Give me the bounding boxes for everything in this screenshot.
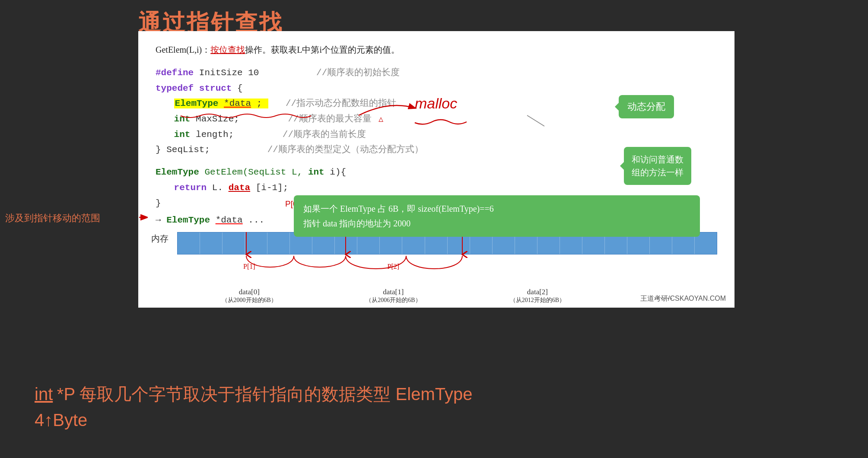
code-line-length: int length; //顺序表的当前长度 [156, 127, 717, 143]
array-method-line2: 组的方法一样 [632, 168, 684, 177]
mem-cell-3 [223, 232, 245, 254]
ptr-data2: *data [216, 215, 243, 225]
define-value: 10 [248, 68, 259, 78]
data1-sub: （从2006开始的6B） [366, 296, 421, 304]
bubble-array-method: 和访问普通数 组的方法一样 [624, 147, 691, 185]
param-i: i){ [330, 167, 346, 177]
data2-sub: （从2012开始的6B） [510, 296, 565, 304]
keyword-int2: int [174, 130, 191, 140]
data0-sub: （从2000开始的6B） [222, 296, 277, 304]
brace-close: } SeqList; [156, 145, 210, 155]
elemtype-ptr: ElemType [166, 215, 210, 225]
mem-cell-5 [267, 232, 290, 254]
mem-cell-2 [200, 232, 223, 254]
mem-cell-4 [245, 232, 267, 254]
dots: ... [248, 215, 264, 225]
data0-group: P[1] data[0] （从2000开始的6B） [222, 288, 277, 304]
code-line-define: #define InitSize 10 //顺序表的初始长度 [156, 65, 717, 81]
define-name: InitSize [199, 68, 248, 78]
data2-label: data[2] [510, 288, 565, 296]
memory-section: 内存 [138, 228, 734, 308]
fn-getelem: GetElem(SeqList L, [204, 167, 308, 177]
keyword-typedef: typedef [156, 83, 194, 93]
mem-cell-1 [178, 232, 200, 254]
ptr-data: *data [224, 99, 251, 108]
data1-group: P[2] data[1] （从2006开始的6B） [366, 288, 421, 304]
code-line-typedef: typedef struct { [156, 81, 717, 96]
memory-label: 内存 [151, 233, 169, 245]
watermark: 王道考研/CSKAOYAN.COM [640, 294, 726, 303]
left-annotation: 涉及到指针移动的范围 [5, 212, 100, 225]
define-comment: //顺序表的初始长度 [316, 68, 400, 78]
desc-highlight: 按位查找 [210, 45, 245, 54]
desc-suffix: 操作。获取表L中第i个位置的元素的值。 [245, 45, 400, 54]
arrow-indicator: → [156, 215, 166, 225]
pc2-label: P[2] [388, 263, 400, 270]
keyword-return: return [174, 183, 207, 193]
space2: MaxSize; [196, 114, 239, 124]
fn-close: } [156, 198, 161, 208]
type-elemtype2: ElemType [156, 167, 199, 177]
malloc-annotation: malloc [415, 95, 457, 112]
data-field: data [229, 183, 250, 193]
array-method-line1: 和访问普通数 [632, 155, 684, 164]
keyword-int3: int [308, 167, 324, 177]
keyword-struct2: struct [199, 83, 232, 93]
bottom-line1-rest: *P 每取几个字节取决于指针指向的数据类型 ElemType [57, 385, 473, 404]
data-comment: //指示动态分配数组的指针 [286, 99, 396, 108]
keyword-int1: int [174, 114, 191, 124]
pc1-label: P[1] [243, 263, 255, 270]
content-box: GetElem(L,i)：按位查找操作。获取表L中第i个位置的元素的值。 #de… [138, 31, 734, 308]
maxsize-triangle: △ [378, 115, 383, 124]
type-elemtype: ElemType [175, 99, 219, 108]
length-var: length; [196, 130, 234, 140]
bottom-section: int *P 每取几个字节取决于指针指向的数据类型 ElemType 4↑Byt… [35, 382, 472, 430]
length-comment: //顺序表的当前长度 [283, 130, 366, 140]
memory-labels-row: P[1] data[0] （从2000开始的6B） P[2] data[1] （… [177, 288, 717, 304]
data1-label: data[1] [366, 288, 421, 296]
elemtype-highlight: ElemType *data ; [174, 99, 268, 108]
bubble-info: 如果一个 ElemType 占 6B，即 sizeof(ElemType)==6… [294, 195, 700, 237]
brace-open: { [237, 83, 243, 93]
return-pre: L. [212, 183, 223, 193]
big-bubble-line2: 指针 data 指向的地址为 2000 [303, 216, 690, 231]
data2-group: data[2] （从2012开始的6B） [510, 288, 565, 304]
description-line: GetElem(L,i)：按位查找操作。获取表L中第i个位置的元素的值。 [156, 44, 717, 56]
keyword-define: #define [156, 68, 194, 78]
maxsize-comment: //顺序表的最大容量 [288, 114, 371, 124]
seqlist-comment: //顺序表的类型定义（动态分配方式） [267, 145, 423, 155]
bottom-line2: 4↑Byte [35, 410, 472, 430]
data0-label: data[0] [222, 288, 277, 296]
return-index: [i-1]; [256, 183, 289, 193]
bubble-dynamic-alloc: 动态分配 [619, 95, 674, 118]
bottom-int: int [35, 385, 53, 404]
semicolon: ; [257, 99, 262, 108]
desc-prefix: GetElem(L,i)： [156, 45, 210, 54]
big-bubble-line1: 如果一个 ElemType 占 6B，即 sizeof(ElemType)==6 [303, 201, 690, 216]
